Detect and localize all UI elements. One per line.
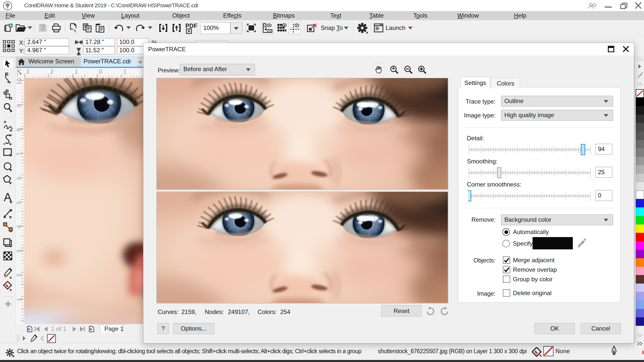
- svg-text:10: 10: [16, 78, 22, 85]
- svg-text:4: 4: [16, 225, 22, 228]
- svg-text:1: 1: [16, 298, 22, 301]
- svg-text:9: 9: [16, 104, 22, 107]
- svg-text:5: 5: [16, 201, 22, 204]
- svg-text:7: 7: [16, 153, 22, 156]
- svg-text:2: 2: [16, 274, 22, 277]
- svg-text:6: 6: [16, 177, 22, 180]
- svg-text:3: 3: [16, 250, 22, 253]
- svg-text:8: 8: [16, 128, 22, 131]
